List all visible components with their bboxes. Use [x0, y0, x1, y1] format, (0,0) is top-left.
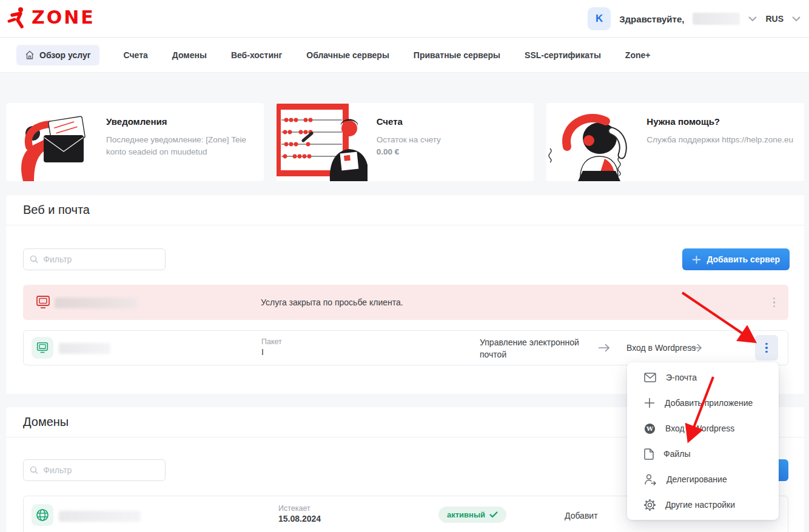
expires-date: 15.08.2024 [278, 514, 321, 524]
help-card[interactable]: Нужна помощь? Служба поддержки https://h… [546, 103, 804, 181]
wordpress-icon: W [644, 423, 656, 434]
tab-web-hosting[interactable]: Веб-хостинг [231, 50, 282, 60]
service-name-redacted [55, 298, 136, 308]
invoices-illustration [277, 103, 368, 181]
tab-ssl-certificates[interactable]: SSL-сертификаты [525, 50, 601, 60]
user-name-redacted [693, 13, 740, 25]
server-monitor-icon [36, 342, 49, 354]
tab-invoices[interactable]: Счета [124, 50, 148, 60]
account-balance: 0.00 € [377, 147, 525, 156]
server-monitor-icon [35, 295, 51, 310]
tab-cloud-servers[interactable]: Облачные серверы [306, 50, 389, 60]
check-icon [489, 511, 498, 518]
package-value: I [261, 347, 282, 357]
gear-icon [644, 499, 656, 511]
add-server-button[interactable]: Добавить сервер [682, 248, 790, 270]
menu-item-email[interactable]: Э-почта [627, 365, 779, 390]
tab-label: Обзор услуг [39, 50, 91, 60]
card-body: Последнее уведомление: [Zone] Teie konto… [106, 134, 254, 158]
wordpress-login-link[interactable]: Вход в Wordpress [626, 343, 696, 353]
closed-service-message: Услуга закрыта по просьбе клиента. [261, 298, 403, 307]
card-title: Счета [377, 116, 525, 127]
notifications-illustration [6, 103, 97, 181]
menu-item-files[interactable]: Файлы [627, 441, 779, 467]
menu-item-wordpress-login[interactable]: W Вход в Wordpress [627, 416, 779, 441]
menu-item-other-settings[interactable]: Другие настройки [627, 492, 779, 517]
section-title: Веб и почта [23, 203, 90, 217]
add-link-truncated[interactable]: Добавит [565, 511, 598, 520]
globe-icon [36, 508, 49, 522]
tab-services-overview[interactable]: Обзор услуг [16, 45, 99, 65]
web-filter-input[interactable] [23, 248, 166, 270]
email-management-link[interactable]: Управление электронной почтой [480, 337, 588, 361]
search-icon [30, 254, 38, 264]
card-body: Остаток на счету [377, 134, 525, 146]
package-label: Пакет [261, 337, 282, 346]
domain-name-redacted [59, 511, 141, 522]
invoices-card[interactable]: Счета Остаток на счету 0.00 € [277, 103, 534, 181]
header: zone K Здравствуйте, RUS [0, 0, 809, 38]
delegate-user-icon [644, 474, 657, 485]
chevron-down-icon[interactable] [748, 16, 757, 22]
zone-logo[interactable]: zone [7, 7, 95, 28]
tab-zone-plus[interactable]: Zone+ [625, 50, 651, 60]
tab-domains[interactable]: Домены [172, 50, 207, 60]
greeting-text: Здравствуйте, [619, 14, 684, 24]
tab-private-servers[interactable]: Приватные серверы [414, 50, 500, 60]
row-menu-button-open[interactable] [755, 335, 778, 361]
chevron-down-icon[interactable] [792, 16, 801, 22]
avatar[interactable]: K [588, 7, 611, 30]
expires-label: Истекает [278, 504, 321, 513]
file-icon [644, 448, 654, 460]
plus-icon [692, 255, 701, 264]
home-icon [25, 50, 35, 60]
closed-service-row[interactable]: Услуга закрыта по просьбе клиента. [23, 285, 788, 320]
notifications-card[interactable]: Уведомления Последнее уведомление: [Zone… [6, 103, 264, 181]
arrow-right-icon [597, 343, 611, 353]
info-cards: Уведомления Последнее уведомление: [Zone… [6, 103, 804, 181]
section-title: Домены [23, 415, 69, 429]
svg-text:W: W [646, 425, 654, 432]
menu-item-delegation[interactable]: Делегирование [627, 467, 779, 492]
brand-wordmark: zone [32, 8, 95, 27]
card-title: Уведомления [106, 116, 254, 127]
server-row[interactable]: Пакет I Управление электронной почтой Вх… [23, 330, 788, 365]
server-context-menu: Э-почта Добавить приложение W Вход в Wor… [627, 362, 779, 520]
plus-icon [644, 397, 655, 408]
language-selector[interactable]: RUS [765, 14, 784, 24]
main-nav: Обзор услуг Счета Домены Веб-хостинг Обл… [0, 38, 809, 73]
help-illustration [546, 103, 637, 181]
arrow-right-icon [690, 343, 703, 353]
status-badge: активный [438, 507, 506, 523]
filter-input[interactable] [43, 254, 159, 264]
envelope-icon [644, 373, 656, 382]
search-icon [30, 465, 38, 475]
filter-input[interactable] [43, 465, 159, 475]
row-menu-button[interactable] [773, 296, 776, 309]
domains-filter-input[interactable] [23, 459, 166, 481]
card-title: Нужна помощь? [646, 116, 794, 127]
server-name-redacted [59, 343, 110, 354]
menu-item-add-application[interactable]: Добавить приложение [627, 390, 779, 416]
zone-runner-icon [7, 7, 28, 28]
card-body: Служба поддержки https://help.zone.eu [646, 134, 794, 146]
